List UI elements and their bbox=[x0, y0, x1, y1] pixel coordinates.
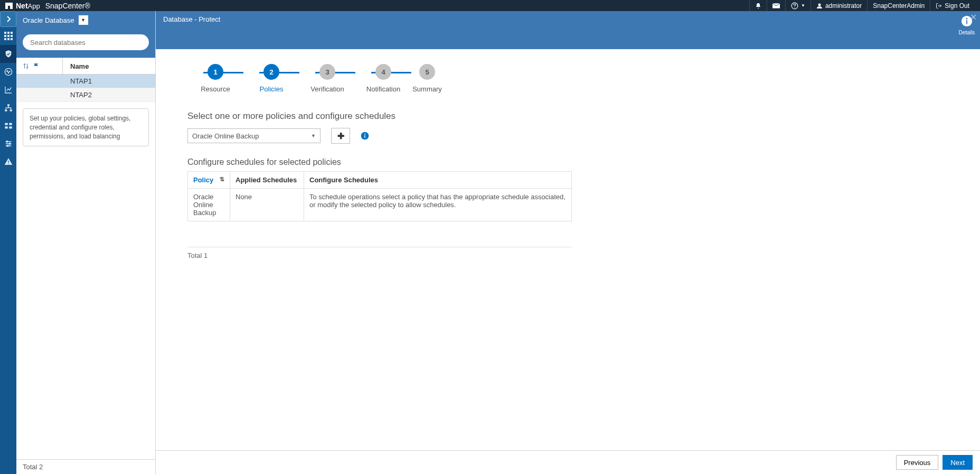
resource-type-dropdown[interactable]: Oracle Database ▼ bbox=[23, 15, 88, 25]
rail-dashboard[interactable] bbox=[0, 27, 16, 45]
schedules-table: Policy ⇅ Applied Schedules Configure Sch… bbox=[187, 171, 572, 221]
breadcrumb: Database - Protect bbox=[163, 15, 973, 23]
info-icon[interactable] bbox=[361, 132, 369, 140]
svg-rect-21 bbox=[5, 126, 7, 128]
step-summary[interactable]: 5 Summary bbox=[411, 64, 443, 93]
cell-policy: Oracle Online Backup bbox=[188, 189, 230, 221]
chevron-down-icon: ▼ bbox=[311, 133, 316, 138]
col-applied[interactable]: Applied Schedules bbox=[230, 172, 304, 189]
plus-icon: ✚ bbox=[337, 131, 344, 141]
configure-schedules-title: Configure schedules for selected policie… bbox=[187, 157, 959, 167]
netapp-logo-icon bbox=[5, 3, 13, 9]
sort-icon bbox=[23, 63, 29, 69]
brand: NetApp SnapCenter® bbox=[5, 2, 90, 10]
svg-rect-13 bbox=[7, 38, 10, 40]
svg-rect-14 bbox=[11, 38, 13, 40]
sort-asc-icon: ⇅ bbox=[220, 176, 224, 183]
wizard-stepper: 1 Resource 2 Policies 3 Verification 4 bbox=[187, 64, 959, 93]
svg-point-4 bbox=[794, 7, 795, 7]
step-notification[interactable]: 4 Notification bbox=[355, 64, 411, 93]
svg-rect-0 bbox=[5, 3, 8, 9]
rail-hosts[interactable] bbox=[0, 99, 16, 117]
chevron-down-icon: ▼ bbox=[801, 3, 805, 8]
main-panel: Database - Protect Details ✕ 1 Resource … bbox=[156, 11, 980, 474]
settings-tooltip: Set up your policies, global settings, c… bbox=[23, 108, 149, 146]
name-header[interactable]: Name bbox=[63, 62, 89, 70]
schedules-total: Total 1 bbox=[187, 247, 572, 259]
notifications-button[interactable] bbox=[749, 0, 767, 11]
brand-text: NetApp bbox=[16, 2, 40, 10]
svg-point-23 bbox=[6, 141, 8, 143]
chart-icon bbox=[4, 86, 13, 94]
topbar-right: ▼ administrator SnapCenterAdmin Sign Out bbox=[749, 0, 975, 11]
svg-rect-12 bbox=[4, 38, 6, 40]
svg-point-33 bbox=[364, 134, 365, 135]
svg-rect-26 bbox=[8, 161, 8, 163]
expand-rail-button[interactable] bbox=[0, 11, 16, 27]
policy-select-row: Oracle Online Backup ▼ ✚ bbox=[187, 128, 959, 144]
rail-alerts[interactable] bbox=[0, 153, 16, 171]
app-body: Oracle Database ▼ Name NTAP1 NTAP2 Set u… bbox=[0, 11, 980, 474]
mail-icon bbox=[772, 3, 780, 8]
resource-row[interactable]: NTAP2 bbox=[16, 88, 155, 102]
messages-button[interactable] bbox=[767, 0, 785, 11]
resource-table-header: Name bbox=[16, 58, 155, 75]
storage-icon bbox=[4, 122, 13, 130]
help-icon bbox=[791, 2, 798, 10]
svg-rect-22 bbox=[9, 126, 12, 128]
svg-rect-16 bbox=[7, 104, 10, 106]
table-row[interactable]: Oracle Online Backup None To schedule op… bbox=[188, 189, 572, 221]
rail-reports[interactable] bbox=[0, 81, 16, 99]
step-policies[interactable]: 2 Policies bbox=[243, 64, 299, 93]
step-verification[interactable]: 3 Verification bbox=[299, 64, 355, 93]
resource-name: NTAP1 bbox=[63, 77, 92, 85]
grid-icon bbox=[4, 32, 13, 40]
help-button[interactable]: ▼ bbox=[785, 0, 811, 11]
rail-monitor[interactable] bbox=[0, 63, 16, 81]
bell-icon bbox=[755, 3, 761, 9]
col-configure[interactable]: Configure Schedules bbox=[304, 172, 572, 189]
svg-point-24 bbox=[9, 143, 11, 145]
svg-rect-11 bbox=[11, 35, 13, 37]
next-button[interactable]: Next bbox=[943, 455, 973, 470]
hierarchy-icon bbox=[4, 104, 13, 112]
svg-point-5 bbox=[818, 3, 821, 6]
search-input[interactable] bbox=[23, 34, 149, 50]
svg-rect-6 bbox=[4, 32, 6, 34]
left-panel-header: Oracle Database ▼ bbox=[16, 11, 155, 29]
previous-button[interactable]: Previous bbox=[896, 455, 939, 470]
signout-icon bbox=[936, 3, 942, 9]
svg-rect-18 bbox=[10, 109, 12, 111]
resource-row[interactable]: NTAP1 bbox=[16, 75, 155, 88]
signout-button[interactable]: Sign Out bbox=[930, 0, 975, 11]
sort-column[interactable] bbox=[16, 58, 63, 74]
rail-storage[interactable] bbox=[0, 117, 16, 135]
user-label: administrator bbox=[825, 2, 862, 10]
svg-rect-2 bbox=[8, 3, 10, 6]
chevron-down-icon: ▼ bbox=[79, 15, 88, 25]
svg-rect-1 bbox=[10, 3, 13, 9]
policy-section-title: Select one or more policies and configur… bbox=[187, 111, 959, 122]
add-policy-button[interactable]: ✚ bbox=[331, 128, 350, 144]
col-policy[interactable]: Policy ⇅ bbox=[188, 172, 230, 189]
close-button[interactable]: ✕ bbox=[967, 11, 980, 23]
svg-point-15 bbox=[5, 68, 12, 75]
user-menu[interactable]: administrator bbox=[811, 0, 867, 11]
svg-rect-19 bbox=[5, 123, 7, 125]
rail-resources[interactable] bbox=[0, 45, 16, 63]
rail-settings[interactable] bbox=[0, 135, 16, 153]
sliders-icon bbox=[4, 140, 13, 148]
alert-icon bbox=[4, 157, 13, 166]
svg-rect-7 bbox=[7, 32, 10, 34]
chevron-right-icon bbox=[6, 16, 11, 22]
activity-icon bbox=[4, 68, 13, 76]
role-label[interactable]: SnapCenterAdmin bbox=[867, 0, 930, 11]
topbar: NetApp SnapCenter® ▼ administrator SnapC… bbox=[0, 0, 980, 11]
wizard-footer: Previous Next bbox=[156, 450, 980, 474]
svg-rect-17 bbox=[5, 109, 7, 111]
step-resource[interactable]: 1 Resource bbox=[187, 64, 243, 93]
left-panel-search bbox=[16, 29, 155, 58]
policy-select[interactable]: Oracle Online Backup ▼ bbox=[187, 128, 321, 143]
main-content: 1 Resource 2 Policies 3 Verification 4 bbox=[156, 49, 980, 450]
product-name: SnapCenter® bbox=[45, 2, 90, 10]
